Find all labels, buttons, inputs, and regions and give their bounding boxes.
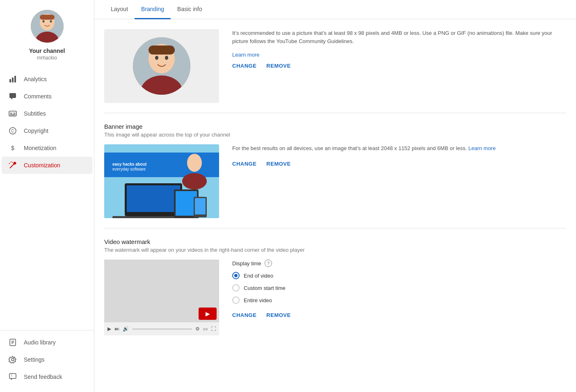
- sidebar-item-settings-label: Settings: [24, 356, 45, 363]
- radio-custom-start-time-label: Custom start time: [244, 285, 286, 291]
- volume-icon[interactable]: 🔊: [123, 326, 129, 332]
- radio-entire-video-circle[interactable]: [232, 296, 240, 304]
- copyright-icon: C: [8, 126, 17, 135]
- video-area: [104, 260, 219, 322]
- sidebar-profile: Your channel mrhackio: [0, 0, 94, 67]
- gear-icon: [8, 355, 17, 364]
- sidebar-item-customization[interactable]: Customization: [2, 157, 92, 174]
- banner-image-learn-more-inline[interactable]: Learn more: [469, 145, 496, 151]
- watermark-change-button[interactable]: CHANGE: [232, 310, 256, 320]
- svg-text:C: C: [11, 129, 14, 133]
- watermark-remove-button[interactable]: REMOVE: [266, 310, 290, 320]
- profile-picture-preview: [104, 29, 219, 103]
- banner-image-change-button[interactable]: CHANGE: [232, 159, 256, 169]
- svg-point-27: [11, 358, 14, 361]
- radio-end-of-video[interactable]: End of video: [232, 272, 566, 279]
- sidebar-item-comments[interactable]: Comments: [2, 88, 92, 105]
- display-time-help-icon[interactable]: ?: [265, 260, 272, 267]
- video-watermark-title: Video watermark: [104, 238, 566, 245]
- sidebar-item-customization-label: Customization: [24, 162, 60, 169]
- radio-entire-video[interactable]: Entire video: [232, 296, 566, 304]
- svg-point-3: [42, 20, 44, 23]
- sidebar-item-subtitles[interactable]: Subtitles: [2, 105, 92, 122]
- svg-rect-5: [40, 15, 55, 20]
- svg-point-35: [165, 56, 168, 60]
- video-watermark-body: ▶ ⏭ 🔊 ⚙ ▭ ⛶ Display time ?: [104, 260, 566, 335]
- avatar[interactable]: [31, 10, 64, 43]
- banner-image-remove-button[interactable]: REMOVE: [266, 159, 290, 169]
- display-time-header: Display time ?: [232, 260, 566, 267]
- settings-video-icon[interactable]: ⚙: [195, 326, 200, 332]
- banner-image-actions: CHANGE REMOVE: [232, 159, 566, 169]
- profile-picture-learn-more[interactable]: Learn more: [232, 52, 259, 58]
- tab-branding[interactable]: Branding: [135, 0, 171, 19]
- video-watermark-section: Video watermark The watermark will appea…: [104, 228, 566, 345]
- radio-end-of-video-circle[interactable]: [232, 272, 240, 279]
- svg-rect-14: [10, 114, 16, 115]
- wand-icon: [8, 161, 17, 170]
- svg-marker-29: [10, 378, 12, 380]
- profile-picture-section: It’s recommended to use a picture that’s…: [104, 19, 566, 113]
- tab-layout[interactable]: Layout: [104, 0, 135, 19]
- main-content: Layout Branding Basic info: [94, 0, 576, 392]
- fullscreen-icon[interactable]: ⛶: [211, 326, 216, 332]
- sidebar-item-settings[interactable]: Settings: [2, 351, 92, 368]
- sidebar-item-audio-library-label: Audio library: [24, 339, 56, 346]
- profile-picture-change-button[interactable]: CHANGE: [232, 61, 256, 71]
- sidebar-item-send-feedback-label: Send feedback: [24, 374, 62, 380]
- sidebar-item-analytics-label: Analytics: [24, 76, 47, 82]
- content-area: It’s recommended to use a picture that’s…: [94, 19, 576, 392]
- svg-line-21: [11, 162, 11, 162]
- svg-text:easy hacks about: easy hacks about: [112, 162, 147, 166]
- video-player-preview: ▶ ⏭ 🔊 ⚙ ▭ ⛶: [104, 260, 219, 335]
- svg-rect-7: [12, 77, 14, 82]
- progress-bar[interactable]: [132, 328, 192, 330]
- sidebar-item-copyright[interactable]: C Copyright: [2, 122, 92, 139]
- profile-picture-body: It’s recommended to use a picture that’s…: [104, 29, 566, 103]
- sidebar-item-send-feedback[interactable]: ! Send feedback: [2, 368, 92, 385]
- profile-image: [133, 37, 190, 95]
- svg-rect-11: [9, 111, 16, 116]
- dollar-icon: $: [8, 144, 17, 153]
- sidebar-item-analytics[interactable]: Analytics: [2, 71, 92, 88]
- theater-icon[interactable]: ▭: [203, 326, 208, 332]
- svg-marker-10: [11, 98, 12, 100]
- banner-image-body: easy hacks about everyday software: [104, 144, 566, 218]
- svg-point-34: [155, 56, 158, 60]
- channel-name: Your channel: [29, 48, 65, 54]
- username: mrhackio: [37, 55, 57, 61]
- radio-entire-video-label: Entire video: [244, 297, 272, 303]
- svg-text:!: !: [11, 374, 12, 378]
- banner-image-subtitle: This image will appear across the top of…: [104, 132, 566, 138]
- banner-image-preview: easy hacks about everyday software: [104, 144, 219, 218]
- music-icon: [8, 338, 17, 347]
- svg-rect-9: [9, 93, 16, 98]
- skip-icon[interactable]: ⏭: [114, 326, 119, 332]
- watermark-subscribe-icon: [199, 308, 217, 320]
- radio-custom-start-time-circle[interactable]: [232, 284, 240, 292]
- svg-point-42: [182, 173, 207, 189]
- watermark-info-col: Display time ? End of video Custom start…: [232, 260, 566, 320]
- radio-end-of-video-label: End of video: [244, 273, 273, 279]
- profile-picture-remove-button[interactable]: REMOVE: [266, 61, 290, 71]
- svg-rect-8: [14, 76, 16, 82]
- sidebar-bottom: Audio library Settings ! Send feedback: [0, 330, 94, 392]
- profile-picture-actions: CHANGE REMOVE: [232, 61, 566, 71]
- play-icon[interactable]: ▶: [107, 326, 111, 332]
- banner-image-info: For the best results on all devices, use…: [232, 144, 566, 169]
- sidebar-item-monetization[interactable]: $ Monetization: [2, 139, 92, 157]
- svg-text:everyday software: everyday software: [112, 167, 146, 171]
- banner-image-section: Banner image This image will appear acro…: [104, 113, 566, 228]
- profile-picture-description: It’s recommended to use a picture that’s…: [232, 29, 566, 45]
- svg-line-18: [10, 164, 14, 168]
- watermark-actions: CHANGE REMOVE: [232, 310, 566, 320]
- sidebar-item-monetization-label: Monetization: [24, 145, 56, 151]
- radio-custom-start-time[interactable]: Custom start time: [232, 284, 566, 292]
- tab-basic-info[interactable]: Basic info: [171, 0, 209, 19]
- svg-rect-28: [9, 374, 16, 378]
- sidebar-item-audio-library[interactable]: Audio library: [2, 334, 92, 351]
- tabs-bar: Layout Branding Basic info: [94, 0, 576, 19]
- profile-picture-info: It’s recommended to use a picture that’s…: [232, 29, 566, 71]
- banner-image-title: Banner image: [104, 123, 566, 130]
- video-watermark-subtitle: The watermark will appear on your videos…: [104, 247, 566, 253]
